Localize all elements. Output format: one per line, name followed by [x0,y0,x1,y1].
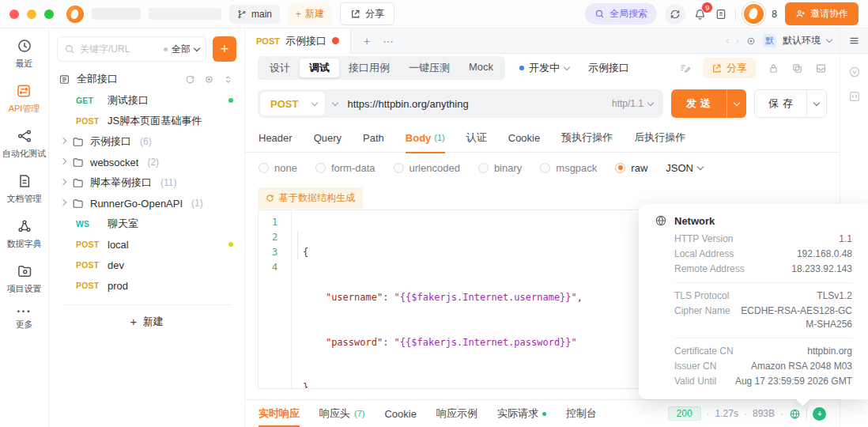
api-item[interactable]: GET 测试接口 [49,90,244,111]
tab-pre-script[interactable]: 预执行操作 [561,123,613,153]
api-item[interactable]: POST local [49,234,244,255]
plus-icon: + [296,9,301,20]
api-tree-panel: 全部 + 全部接口 GET 测试接口 POST JS脚本页面基础事件 [49,28,245,427]
locate-icon[interactable] [204,74,214,85]
mode-design[interactable]: 设计 [260,59,300,77]
tab-path[interactable]: Path [363,123,384,153]
nav-item-data-dictionary[interactable]: 数据字典 [7,218,42,250]
edit-name-icon[interactable] [679,62,691,74]
tab-post-script[interactable]: 后执行操作 [634,123,685,153]
doc-tab-strip: POST 示例接口 + ⋯ ‹ › 默 默认环境 [245,28,840,54]
tab-more-button[interactable]: ⋯ [383,36,394,47]
method-dropdown[interactable]: POST [260,92,325,115]
nav-item-recent[interactable]: 最近 [16,38,33,70]
folder-item[interactable]: RunnerGo-OpenAPI (1) [49,193,244,214]
window-close-button[interactable] [9,9,19,19]
tree-filter-dropdown[interactable]: 全部 [164,43,199,56]
invite-collaborate-button[interactable]: 邀请协作 [785,2,859,25]
new-tab-button[interactable]: + [364,36,370,47]
document-icon [17,173,32,189]
tab-query[interactable]: Query [314,123,342,153]
changelog-button[interactable] [715,8,727,21]
tab-auth[interactable]: 认证 [466,123,487,153]
save-options-button[interactable] [806,90,826,117]
api-item[interactable]: WS 聊天室 [49,214,244,234]
mode-debug[interactable]: 调试 [300,59,339,77]
folder-item[interactable]: websocket (2) [49,152,244,172]
archive-icon[interactable] [815,62,827,74]
panel-menu-button[interactable] [840,28,868,54]
sync-button[interactable] [665,4,685,25]
chevron-down-icon [697,163,704,169]
user-avatar[interactable] [744,4,764,24]
api-item[interactable]: POST dev [49,255,244,275]
lock-icon[interactable] [768,62,779,74]
history-back-button[interactable]: ‹ [726,35,729,47]
nav-item-more[interactable]: ··· 更多 [16,308,33,331]
body-type-raw[interactable]: raw [615,162,647,174]
share-project-button[interactable]: 分享 [340,2,394,25]
api-status-dropdown[interactable]: 开发中 [519,61,569,75]
version-panel-button[interactable] [840,66,868,78]
save-button[interactable]: 保存 [754,89,827,118]
env-selector[interactable]: 默认环境 [783,34,821,47]
send-options-button[interactable] [726,89,746,118]
new-project-button[interactable]: + 新建 [288,3,332,25]
tab-console[interactable]: 控制台 [566,400,597,427]
api-item[interactable]: POST prod [49,275,244,296]
tab-cookie[interactable]: Cookie [508,123,540,153]
folder-item[interactable]: 示例接口 (6) [49,131,244,152]
refresh-icon[interactable] [185,74,195,85]
mode-cases[interactable]: 接口用例 [339,59,399,77]
mode-mock[interactable]: Mock [459,59,503,77]
branch-selector[interactable]: main [229,5,280,24]
tree-search-input[interactable] [80,43,138,55]
env-badge: 默 [763,34,776,47]
doc-tab-active[interactable]: POST 示例接口 [245,28,351,54]
copy-icon[interactable] [791,62,803,74]
tree-search-box[interactable]: 全部 [57,36,206,62]
body-type-binary[interactable]: binary [478,162,522,174]
notifications-button[interactable]: 9 [693,7,707,21]
nav-item-api-manage[interactable]: API管理 [9,83,40,115]
status-code-badge: 200 [668,406,701,421]
tab-response-headers[interactable]: 响应头(7) [319,400,364,427]
nav-item-doc-manage[interactable]: 文档管理 [7,173,42,205]
nav-item-project-settings[interactable]: 项目设置 [7,263,42,295]
folder-item[interactable]: 脚本举例接口 (11) [49,172,244,193]
send-button[interactable]: 发送 [671,89,746,118]
http-version-dropdown[interactable]: http/1.1 [612,98,653,109]
chevron-down-icon [826,36,832,43]
tree-new-button[interactable]: + 新建 [62,304,232,338]
protocol-chevron-icon[interactable] [332,99,338,105]
tab-header[interactable]: Header [259,123,292,153]
hamburger-icon [848,35,860,47]
download-icon [816,410,824,418]
network-info-icon[interactable] [789,408,801,420]
body-type-urlencoded[interactable]: urlencoded [394,162,460,174]
generate-from-schema-button[interactable]: 基于数据结构生成 [258,187,363,209]
nav-item-automation-test[interactable]: 自动化测试 [2,128,46,160]
url-input[interactable] [347,98,612,110]
code-panel-button[interactable] [840,90,868,103]
body-type-none[interactable]: none [259,162,297,174]
api-item[interactable]: POST JS脚本页面基础事件 [49,111,244,131]
mode-stress[interactable]: 一键压测 [399,59,459,77]
tab-actual-request[interactable]: 实际请求 [497,400,546,427]
global-search-button[interactable]: 全局搜索 [585,3,657,25]
tree-root[interactable]: 全部接口 [49,68,244,90]
download-response-button[interactable] [813,407,826,421]
body-type-msgpack[interactable]: msgpack [540,162,597,174]
window-zoom-button[interactable] [44,9,54,19]
tab-body[interactable]: Body(1) [406,123,445,153]
body-type-form-data[interactable]: form-data [315,162,376,174]
tab-response-example[interactable]: 响应示例 [436,400,477,427]
tab-realtime-response[interactable]: 实时响应 [259,400,300,427]
history-forward-button[interactable]: › [736,35,739,47]
expand-collapse-icon[interactable] [223,74,233,85]
window-minimize-button[interactable] [27,9,36,19]
tab-response-cookie[interactable]: Cookie [384,400,416,427]
add-api-button[interactable]: + [213,36,236,62]
share-api-button[interactable]: 分享 [703,58,756,78]
raw-format-dropdown[interactable]: JSON [666,162,703,174]
